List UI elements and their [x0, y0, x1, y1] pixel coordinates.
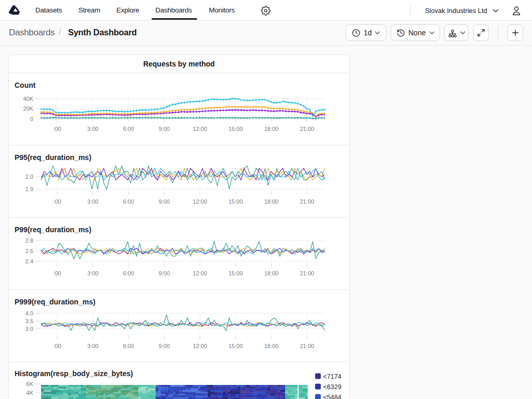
svg-text:15:00: 15:00: [229, 198, 243, 205]
svg-text:2.4: 2.4: [25, 258, 33, 264]
svg-text:15:00: 15:00: [229, 126, 243, 132]
svg-text:3.0: 3.0: [25, 326, 33, 332]
svg-text:21:00: 21:00: [300, 343, 314, 349]
svg-text:P999(req_duration_ms): P999(req_duration_ms): [15, 298, 96, 306]
svg-text:2.0: 2.0: [25, 174, 33, 180]
svg-text:18:00: 18:00: [264, 198, 278, 205]
svg-text:18:00: 18:00: [264, 270, 278, 276]
svg-text:21:00: 21:00: [300, 126, 314, 132]
svg-text:<5484: <5484: [323, 394, 341, 399]
svg-text:40K: 40K: [23, 96, 33, 102]
svg-text:4K: 4K: [26, 390, 34, 396]
svg-text:6:00: 6:00: [123, 343, 134, 349]
svg-text:6K: 6K: [26, 381, 34, 387]
svg-text::00: :00: [53, 126, 61, 132]
svg-text:2.8: 2.8: [25, 237, 33, 244]
svg-text:P95(req_duration_ms): P95(req_duration_ms): [15, 153, 91, 162]
svg-text:9:00: 9:00: [158, 198, 169, 205]
svg-text:20K: 20K: [23, 105, 33, 112]
svg-text:12:00: 12:00: [193, 343, 207, 349]
svg-text:6:00: 6:00: [123, 198, 134, 205]
svg-text:18:00: 18:00: [264, 126, 278, 132]
svg-text:0: 0: [30, 116, 33, 122]
svg-text:9:00: 9:00: [158, 126, 169, 132]
svg-text:15:00: 15:00: [229, 270, 243, 276]
svg-text::00: :00: [53, 198, 61, 205]
svg-text:18:00: 18:00: [264, 343, 278, 349]
svg-text:3:00: 3:00: [87, 126, 98, 132]
svg-text:3:00: 3:00: [87, 270, 98, 276]
svg-text:12:00: 12:00: [193, 126, 207, 132]
svg-text:21:00: 21:00: [300, 270, 314, 276]
svg-text:15:00: 15:00: [229, 343, 243, 349]
svg-text:6:00: 6:00: [123, 126, 134, 132]
svg-text:P99(req_duration_ms): P99(req_duration_ms): [15, 225, 91, 234]
svg-text:3:00: 3:00: [87, 198, 98, 205]
svg-text:3:00: 3:00: [87, 343, 98, 349]
svg-text::00: :00: [53, 343, 61, 349]
svg-text:1.9: 1.9: [25, 186, 33, 192]
svg-text:Histogram(resp_body_size_bytes: Histogram(resp_body_size_bytes): [15, 369, 133, 378]
svg-text:4.0: 4.0: [25, 310, 33, 316]
svg-text:6:00: 6:00: [123, 270, 134, 276]
svg-text:2.6: 2.6: [25, 248, 33, 254]
svg-text::00: :00: [53, 270, 61, 276]
svg-text:9:00: 9:00: [158, 343, 169, 349]
svg-text:12:00: 12:00: [193, 198, 207, 205]
svg-text:12:00: 12:00: [193, 270, 207, 276]
svg-text:3.5: 3.5: [25, 318, 33, 324]
svg-text:21:00: 21:00: [300, 198, 314, 205]
svg-text:Count: Count: [15, 81, 36, 89]
svg-text:<7174: <7174: [323, 373, 341, 380]
svg-text:<6329: <6329: [323, 383, 341, 391]
svg-text:9:00: 9:00: [158, 270, 169, 276]
